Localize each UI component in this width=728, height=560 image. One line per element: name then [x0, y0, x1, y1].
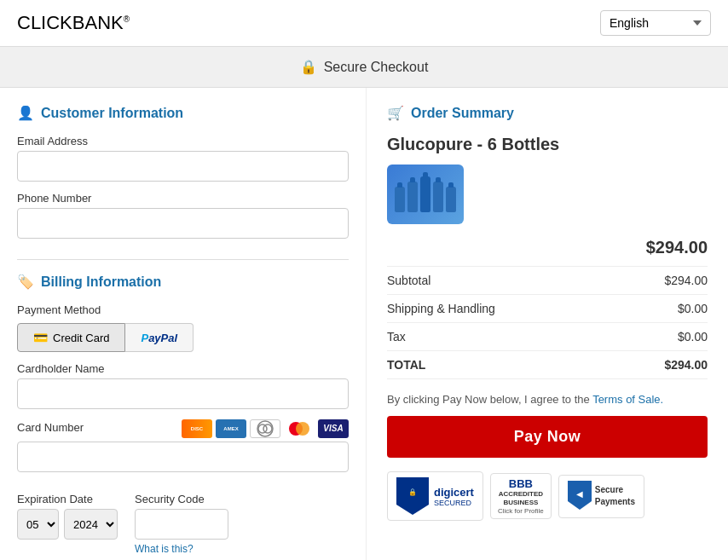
card-number-input[interactable] — [17, 442, 349, 472]
card-number-label: Card Number — [17, 421, 84, 434]
tax-line: Tax $0.00 — [387, 323, 708, 351]
expiry-group: Expiration Date 01 02 03 04 05 06 07 08 … — [17, 482, 118, 555]
secure-checkout-banner: 🔒 Secure Checkout — [0, 47, 728, 88]
bbb-badge: BBB ACCREDITEDBUSINESS Click for Profile — [490, 473, 552, 520]
billing-section: 🏷️ Billing Information Payment Method 💳 … — [17, 259, 349, 555]
cart-icon: 🛒 — [387, 105, 404, 121]
what-is-this-link[interactable]: What is this? — [135, 543, 228, 555]
security-code-input[interactable] — [135, 509, 228, 540]
logo-normal: BANK — [72, 12, 124, 33]
credit-card-icon: 💳 — [33, 331, 48, 344]
expiry-security-row: Expiration Date 01 02 03 04 05 06 07 08 … — [17, 482, 349, 555]
cardholder-label: Cardholder Name — [17, 362, 349, 375]
order-lines: Subtotal $294.00 Shipping & Handling $0.… — [387, 266, 708, 379]
bbb-click: Click for Profile — [498, 507, 544, 515]
terms-text: By clicking Pay Now below, I agree to th… — [387, 393, 708, 406]
bottle-group — [395, 176, 456, 212]
phone-input[interactable] — [17, 208, 349, 239]
payment-method-buttons: 💳 Credit Card PayPal PayPal — [17, 323, 349, 352]
svg-point-0 — [257, 421, 273, 436]
paypal-button[interactable]: PayPal PayPal — [125, 323, 194, 352]
diners-icon — [250, 419, 280, 438]
shipping-line: Shipping & Handling $0.00 — [387, 295, 708, 323]
paypal-icon: PayPal — [141, 332, 177, 344]
left-column: 👤 Customer Information Email Address Pho… — [0, 88, 367, 560]
total-line: TOTAL $294.00 — [387, 351, 708, 379]
card-number-field-group: Card Number DISC AMEX VISA — [17, 419, 349, 472]
visa-icon: VISA — [318, 419, 349, 438]
mastercard-icon — [284, 419, 315, 438]
order-summary-header: 🛒 Order Summary — [387, 105, 708, 121]
total-label: TOTAL — [387, 358, 425, 372]
phone-label: Phone Number — [17, 192, 349, 205]
card-icons-row: DISC AMEX VISA — [182, 419, 349, 438]
lock-icon: 🔒 — [300, 59, 317, 75]
shipping-label: Shipping & Handling — [387, 302, 495, 315]
billing-information-title: Billing Information — [41, 274, 161, 290]
digicert-badge: 🔒 digicert SECURED — [387, 471, 483, 521]
security-group: Security Code What is this? — [135, 482, 228, 555]
exp-month-select[interactable]: 01 02 03 04 05 06 07 08 09 10 11 12 — [17, 509, 59, 540]
order-summary-title: Order Summary — [411, 106, 514, 121]
expiration-label: Expiration Date — [17, 493, 118, 505]
product-name: Glucopure - 6 Bottles — [387, 135, 708, 154]
billing-information-header: 🏷️ Billing Information — [17, 274, 349, 290]
security-code-label: Security Code — [135, 493, 228, 505]
customer-information-title: Customer Information — [41, 106, 183, 121]
bottle-4 — [433, 182, 443, 212]
customer-information-header: 👤 Customer Information — [17, 105, 349, 121]
logo: CLICKBANK® — [17, 12, 130, 34]
amex-icon: AMEX — [216, 419, 246, 438]
secure-payments-badge: ◀ SecurePayments — [558, 475, 644, 518]
phone-field-group: Phone Number — [17, 192, 349, 239]
product-price: $294.00 — [387, 238, 708, 257]
svg-point-2 — [263, 424, 272, 433]
product-image — [387, 165, 464, 224]
svg-point-4 — [296, 422, 309, 436]
language-select[interactable]: English Spanish French German Portuguese — [600, 10, 711, 36]
email-input[interactable] — [17, 151, 349, 182]
tax-label: Tax — [387, 330, 406, 344]
main-content: 👤 Customer Information Email Address Pho… — [0, 88, 728, 560]
credit-card-label: Credit Card — [53, 332, 109, 344]
exp-year-select[interactable]: 2024 2025 2026 2027 2028 2029 2030 — [64, 509, 118, 540]
tax-value: $0.00 — [678, 330, 708, 344]
tag-icon: 🏷️ — [17, 274, 34, 290]
terms-of-sale-link[interactable]: Terms of Sale. — [592, 393, 663, 406]
credit-card-button[interactable]: 💳 Credit Card — [17, 323, 125, 352]
discover-icon: DISC — [182, 419, 212, 438]
email-label: Email Address — [17, 135, 349, 147]
subtotal-line: Subtotal $294.00 — [387, 267, 708, 295]
bbb-text: ACCREDITEDBUSINESS — [499, 490, 543, 508]
logo-reg: ® — [124, 14, 130, 24]
card-number-label-row: Card Number DISC AMEX VISA — [17, 419, 349, 438]
payment-method-label: Payment Method — [17, 303, 349, 316]
email-field-group: Email Address — [17, 135, 349, 182]
trust-badges: 🔒 digicert SECURED BBB ACCREDITEDBUSINES… — [387, 471, 708, 521]
logo-bold: CLICK — [17, 12, 72, 33]
header: CLICKBANK® English Spanish French German… — [0, 0, 728, 47]
bottle-1 — [395, 187, 405, 212]
svg-text:🔒: 🔒 — [408, 488, 417, 496]
expiry-selects: 01 02 03 04 05 06 07 08 09 10 11 12 — [17, 509, 118, 540]
right-column: 🛒 Order Summary Glucopure - 6 Bottles $2… — [367, 88, 728, 560]
bottle-5 — [446, 187, 456, 212]
subtotal-label: Subtotal — [387, 274, 430, 287]
secure-payments-text: SecurePayments — [595, 484, 635, 508]
subtotal-value: $294.00 — [664, 274, 708, 287]
cardholder-field-group: Cardholder Name — [17, 362, 349, 409]
terms-before-link: By clicking Pay Now below, I agree to th… — [387, 393, 590, 406]
billing-divider — [17, 259, 349, 260]
digicert-secured: SECURED — [434, 499, 474, 507]
bbb-logo: BBB — [509, 477, 533, 490]
total-value: $294.00 — [664, 358, 708, 372]
cardholder-input[interactable] — [17, 378, 349, 409]
secure-checkout-text: Secure Checkout — [324, 60, 429, 75]
bottle-3 — [420, 176, 430, 212]
digicert-name: digicert — [434, 486, 474, 499]
bottle-2 — [407, 182, 418, 212]
shipping-value: $0.00 — [678, 302, 708, 315]
pay-now-button[interactable]: Pay Now — [387, 416, 708, 458]
svg-text:◀: ◀ — [576, 489, 583, 499]
person-icon: 👤 — [17, 105, 34, 121]
